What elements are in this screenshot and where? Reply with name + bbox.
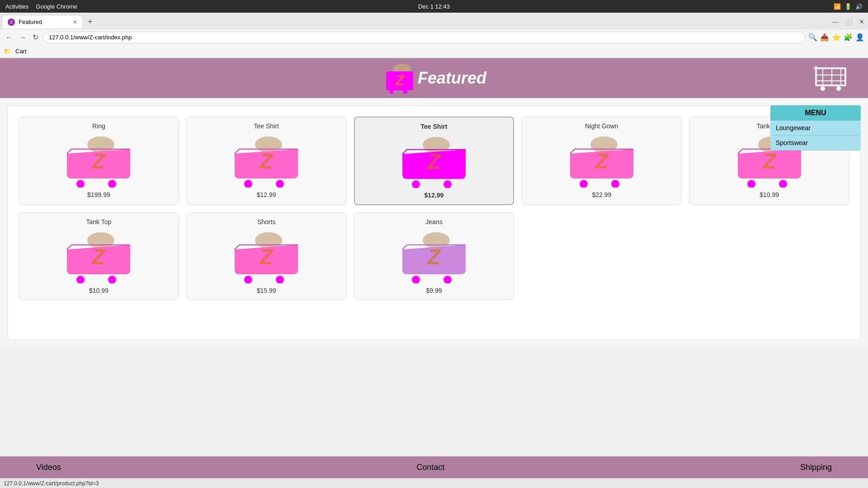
browser-chrome: Z Featured ✕ + — ⬜ ✕ ← → ↻ 127.0.0.1/www… [0, 13, 868, 58]
product-card-tee1[interactable]: Tee Shirt Z $12.99 [186, 117, 347, 205]
product-price: $10.99 [89, 287, 108, 294]
status-bar: 127.0.0.1/www/Z-cart/product.php?id=3 [0, 478, 868, 488]
svg-point-44 [412, 276, 420, 283]
svg-text:Z: Z [259, 149, 274, 173]
product-image-ring: Z [62, 133, 135, 188]
os-datetime: Dec 1 12:43 [418, 3, 450, 10]
svg-text:Z: Z [762, 149, 777, 173]
product-price: $12.99 [257, 191, 276, 198]
svg-point-20 [244, 180, 252, 188]
products-row2: Tank Top Z $10.99 Shorts [19, 212, 849, 300]
footer-contact[interactable]: Contact [416, 463, 444, 472]
product-name: Jeans [425, 218, 442, 225]
footer-videos[interactable]: Videos [36, 463, 61, 472]
search-icon[interactable]: 🔍 [808, 33, 817, 42]
main-layout: Ring Z $199.99 Tee Shirt [0, 98, 868, 347]
svg-text:Z: Z [426, 245, 441, 269]
address-right: 🔍 📤 ⭐ 🧩 👤 [808, 33, 864, 42]
product-card-tanktop2[interactable]: Tank Top Z $10.99 [19, 212, 179, 300]
products-row1: Ring Z $199.99 Tee Shirt [19, 117, 849, 205]
svg-point-13 [836, 86, 841, 91]
product-price: $22.99 [592, 191, 611, 198]
svg-point-45 [443, 276, 452, 283]
tab-restore-button[interactable]: ⬜ [843, 17, 854, 26]
product-price: $199.99 [87, 191, 110, 198]
bookmarks-bar: 📁 Cart [0, 45, 868, 58]
os-activities[interactable]: Activities [5, 3, 28, 10]
product-name: Tank Top [86, 218, 112, 225]
product-image-jeans: Z [398, 229, 470, 283]
product-name: Tee Shirt [421, 123, 448, 130]
svg-point-21 [276, 180, 284, 188]
product-price: $10.99 [760, 191, 779, 198]
battery-icon: 🔋 [844, 3, 852, 10]
svg-text:Z: Z [259, 245, 274, 269]
tab-title: Featured [19, 19, 42, 25]
extensions-icon[interactable]: 🧩 [844, 33, 853, 42]
back-button[interactable]: ← [4, 33, 14, 42]
os-bar-left: Activities Google Chrome [5, 3, 77, 10]
address-bar: ← → ↻ 127.0.0.1/www/Z-cart/index.php 🔍 📤… [0, 29, 868, 45]
tab-maximize-button[interactable]: ✕ [857, 17, 866, 26]
product-image-shorts: Z [230, 229, 302, 283]
cart-svg-header [814, 64, 850, 91]
svg-point-25 [443, 180, 452, 188]
tab-close-button[interactable]: ✕ [73, 19, 77, 25]
reload-button[interactable]: ↻ [31, 32, 40, 42]
svg-point-28 [580, 180, 588, 188]
tab-bar: Z Featured ✕ + — ⬜ ✕ [0, 13, 868, 29]
menu-item-loungewear[interactable]: Loungewear [770, 121, 861, 136]
product-card-ring[interactable]: Ring Z $199.99 [19, 117, 179, 205]
os-bar-right: 📶 🔋 🔊 [834, 3, 863, 10]
bookmark-cart[interactable]: Cart [13, 47, 29, 56]
bookmark-icon[interactable]: ⭐ [832, 33, 841, 42]
wifi-icon: 📶 [834, 3, 841, 10]
svg-text:Z: Z [395, 72, 405, 89]
os-bar: Activities Google Chrome Dec 1 12:43 📶 🔋… [0, 0, 868, 13]
product-card-jeans[interactable]: Jeans Z $9.99 [354, 212, 514, 300]
menu-item-sportswear[interactable]: Sportswear [770, 136, 861, 150]
product-card-shorts[interactable]: Shorts Z $15.99 [186, 212, 347, 300]
footer-shipping[interactable]: Shipping [800, 463, 832, 472]
svg-point-16 [76, 180, 85, 188]
page-content: Z Featured [0, 58, 868, 347]
share-icon[interactable]: 📤 [820, 33, 829, 42]
svg-point-24 [412, 180, 420, 188]
site-header: Z Featured [0, 58, 868, 98]
active-tab[interactable]: Z Featured ✕ [2, 15, 83, 28]
products-container: Ring Z $199.99 Tee Shirt [7, 105, 861, 340]
svg-point-37 [108, 276, 116, 283]
url-box[interactable]: 127.0.0.1/www/Z-cart/index.php [43, 32, 806, 43]
product-name: Ring [92, 122, 105, 130]
svg-point-40 [244, 276, 252, 283]
product-image-tanktop2: Z [62, 229, 135, 283]
svg-text:Z: Z [91, 245, 106, 269]
tab-bar-controls: — ⬜ ✕ [830, 17, 866, 26]
svg-point-4 [403, 89, 407, 94]
product-name: Night Gown [585, 122, 618, 130]
profile-icon[interactable]: 👤 [855, 33, 864, 42]
new-tab-button[interactable]: + [85, 17, 95, 27]
product-name: Tee Shirt [254, 122, 279, 130]
sidebar-menu: MENU Loungewear Sportswear [770, 105, 861, 150]
svg-point-29 [611, 180, 619, 188]
svg-point-3 [389, 89, 394, 94]
folder-icon: 📁 [4, 48, 11, 55]
svg-point-41 [276, 276, 284, 283]
menu-header: MENU [770, 105, 861, 121]
product-image-tee2: Z [398, 134, 470, 188]
product-card-tee2-selected[interactable]: Tee Shirt Z $12.99 [354, 117, 514, 205]
forward-button[interactable]: → [17, 33, 28, 42]
os-chrome[interactable]: Google Chrome [36, 3, 77, 10]
svg-point-32 [747, 180, 755, 188]
svg-point-12 [821, 86, 825, 91]
header-cart-icon[interactable] [814, 64, 850, 93]
site-footer: Videos Contact Shipping [0, 456, 868, 478]
tab-minimize-button[interactable]: — [830, 17, 840, 26]
site-logo[interactable]: Z [382, 62, 418, 94]
svg-text:Z: Z [91, 149, 106, 173]
product-card-nightgown[interactable]: Night Gown Z $22.99 [521, 117, 682, 205]
product-price: $9.99 [426, 287, 442, 294]
svg-text:Z: Z [594, 149, 609, 173]
tab-favicon: Z [8, 19, 15, 26]
